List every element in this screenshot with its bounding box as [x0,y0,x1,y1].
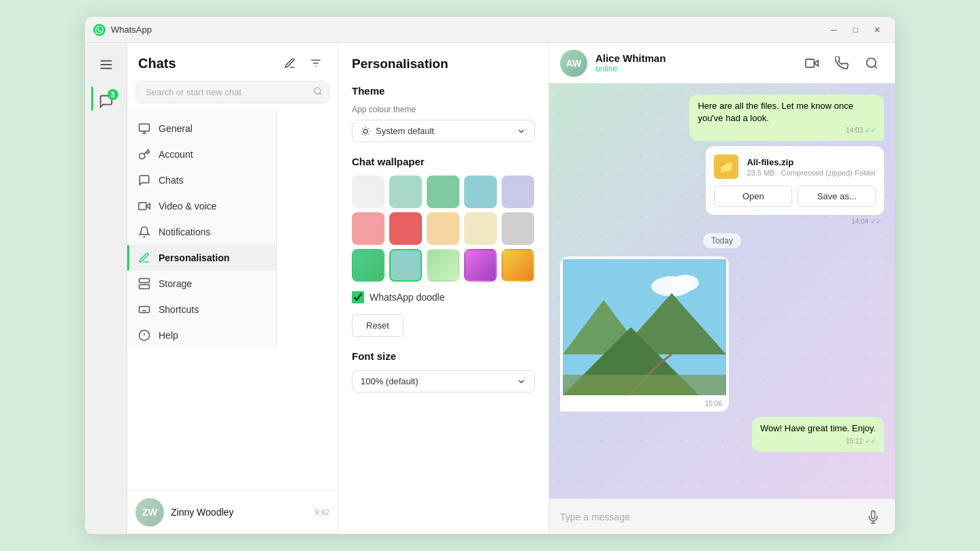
settings-item-account[interactable]: Account [127,141,276,167]
close-button[interactable]: ✕ [868,22,887,37]
wallpaper-swatch-3[interactable] [427,176,459,208]
day-separator: Today [560,233,884,248]
wallpaper-swatch-15[interactable] [502,249,534,282]
theme-dropdown-inner: System default [361,126,434,136]
svg-rect-8 [140,124,150,131]
compose-button[interactable] [279,52,301,74]
doodle-checkbox-row: WhatsApp doodle [352,291,535,303]
read-tick-2: ✓✓ [865,437,876,446]
search-bar [135,81,329,103]
app-title: WhatsApp [111,24,824,35]
chat-contact-info: Alice Whitman online [595,52,791,73]
msg-text-sent-2: Wow! Have great time. Enjoy. [760,423,876,433]
msg-sent-2: Wow! Have great time. Enjoy. 15:12 ✓✓ [560,417,884,451]
message-input[interactable] [560,512,855,522]
wallpaper-swatch-12[interactable] [389,249,422,282]
search-chat-button[interactable] [860,51,884,76]
theme-icon [361,127,370,136]
svg-line-28 [362,133,363,134]
chat-header-icons [800,51,884,76]
chats-title: Chats [138,56,176,71]
read-tick: ✓✓ [865,126,876,135]
msg-text-sent-1: Here are all the files. Let me know once… [698,101,853,123]
chats-header-icons [279,52,327,74]
video-voice-label: Video & voice [159,201,216,212]
menu-button[interactable] [91,50,121,80]
wallpaper-swatch-2[interactable] [389,176,422,208]
mic-button[interactable] [862,506,884,528]
chevron-down-icon [517,127,526,136]
video-call-icon [805,56,819,70]
chat-list-item[interactable]: ZW Zinny Woodley 9:42 [127,491,338,534]
file-meta: 23.5 MB · Compressed (zipped) Folder [747,169,876,177]
settings-item-help[interactable]: Help [127,322,276,348]
phone-icon [835,56,849,70]
wallpaper-swatch-1[interactable] [352,176,385,208]
chat-messages: Here are all the files. Let me know once… [549,84,895,499]
settings-item-notifications[interactable]: Notifications [127,219,276,245]
general-label: General [159,123,193,134]
filter-button[interactable] [305,52,327,74]
wallpaper-swatch-5[interactable] [502,176,534,208]
chats-header: Chats [127,43,338,81]
received-image [563,259,726,395]
icon-nav: 3 [85,43,127,534]
wallpaper-swatch-11[interactable] [352,249,385,282]
settings-item-storage[interactable]: Storage [127,271,276,297]
chats-settings-label: Chats [159,175,184,186]
contact-status: online [595,64,791,73]
svg-rect-13 [140,279,150,283]
notifications-label: Notifications [159,227,210,237]
account-label: Account [159,149,193,160]
personalisation-title: Personalisation [352,56,535,71]
wallpaper-swatch-10[interactable] [502,212,534,245]
msg-received-image: 15:06 [560,256,884,412]
minimize-button[interactable]: ─ [824,22,843,37]
menu-icon [99,57,114,72]
wallpaper-swatch-13[interactable] [427,249,459,282]
svg-rect-40 [563,375,726,395]
svg-line-7 [320,93,322,95]
contact-name: Alice Whitman [595,52,791,64]
font-dropdown[interactable]: 100% (default) [352,370,535,393]
chats-nav-button[interactable]: 3 [91,86,121,116]
settings-item-chats[interactable]: Chats [127,167,276,193]
title-bar: WhatsApp ─ □ ✕ [85,17,895,43]
chat-header: AW Alice Whitman online [549,43,895,84]
app-window: WhatsApp ─ □ ✕ 3 Chats [85,17,895,534]
theme-dropdown[interactable]: System default [352,120,535,142]
settings-item-video-voice[interactable]: Video & voice [127,193,276,219]
save-file-button[interactable]: Save as... [798,186,876,207]
settings-item-general[interactable]: General [127,116,276,141]
image-msg-time: 15:06 [567,399,722,409]
chat-list-time: 9:42 [315,508,329,516]
reset-button[interactable]: Reset [352,314,404,337]
search-icon-wrap [313,86,323,99]
open-file-button[interactable]: Open [714,186,792,207]
voice-call-button[interactable] [830,51,854,76]
wallpaper-swatch-9[interactable] [464,212,497,245]
wallpaper-swatch-7[interactable] [389,212,422,245]
font-chevron-down-icon [517,377,526,386]
wallpaper-section-title: Chat wallpaper [352,156,535,167]
search-input[interactable] [135,81,329,103]
wallpaper-swatch-14[interactable] [464,249,497,282]
doodle-checkbox[interactable] [352,291,364,303]
msg-time-file: 14:04 ✓✓ [706,218,881,225]
file-bubble: 📁 All-files.zip 23.5 MB · Compressed (zi… [706,146,884,215]
settings-item-shortcuts[interactable]: Shortcuts [127,297,276,322]
settings-item-personalisation[interactable]: Personalisation [127,245,276,271]
msg-file: 📁 All-files.zip 23.5 MB · Compressed (zi… [560,146,884,225]
svg-rect-17 [140,307,150,313]
doodle-label[interactable]: WhatsApp doodle [370,292,445,303]
wallpaper-grid [352,176,535,282]
theme-value: System default [376,126,434,136]
wallpaper-swatch-8[interactable] [427,212,459,245]
chat-list-avatar: ZW [135,498,164,527]
wallpaper-swatch-6[interactable] [352,212,385,245]
maximize-button[interactable]: □ [846,22,865,37]
video-call-button[interactable] [800,51,824,76]
compose-icon [284,57,296,69]
file-msg-wrapper: 📁 All-files.zip 23.5 MB · Compressed (zi… [706,146,884,225]
wallpaper-swatch-4[interactable] [464,176,497,208]
